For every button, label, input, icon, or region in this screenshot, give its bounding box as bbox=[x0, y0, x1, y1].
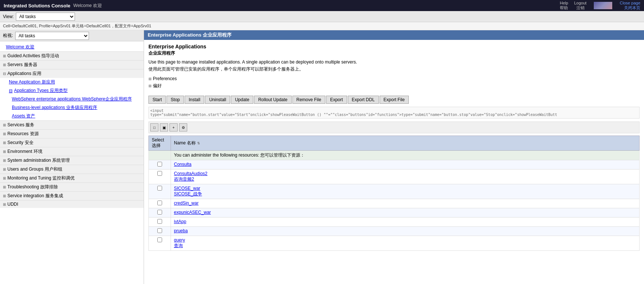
preferences-row[interactable]: ⊞ Preferences bbox=[148, 76, 640, 81]
guided-activities-label: Guided Activities 指导活动 bbox=[7, 53, 59, 59]
install-button[interactable]: Install bbox=[185, 96, 204, 104]
sidebar-view-label: 检视: bbox=[3, 32, 13, 39]
preferences-cn-label: 偏好 bbox=[153, 83, 162, 89]
sidebar-item-websphere-enterprise[interactable]: WebSphere enterprise applications WebSph… bbox=[0, 95, 144, 103]
close-page-link[interactable]: Close page bbox=[620, 1, 640, 5]
preferences-cn-row[interactable]: ⊞ 偏好 bbox=[148, 83, 640, 89]
row-select-cell bbox=[149, 227, 171, 236]
welcome-label: Welcome 欢迎 bbox=[73, 3, 102, 9]
app-link-cn[interactable]: 咨询音频2 bbox=[174, 176, 636, 182]
sidebar-nav: Welcome 欢迎 ⊞ Guided Activities 指导活动 ⊞ Se… bbox=[0, 41, 144, 209]
environment-label: Environment 环境 bbox=[7, 148, 42, 155]
sidebar-item-troubleshooting[interactable]: ⊞ Troubleshooting 故障排除 bbox=[0, 182, 144, 191]
sidebar-item-uddi[interactable]: ⊞ UDDI bbox=[0, 200, 144, 208]
app-link[interactable]: expunicASEC_war bbox=[174, 210, 636, 215]
toolbar-btn-3[interactable]: + bbox=[169, 123, 178, 131]
stop-button[interactable]: Stop bbox=[167, 96, 184, 104]
export-file-button[interactable]: Export File bbox=[380, 96, 409, 104]
info-row-text: You can administer the following resourc… bbox=[171, 151, 640, 160]
sidebar-item-servers[interactable]: ⊞ Servers 服务器 bbox=[0, 60, 144, 69]
row-checkbox[interactable] bbox=[157, 201, 162, 205]
expand-icon: ⊞ bbox=[3, 123, 6, 127]
sidebar-item-monitoring-tuning[interactable]: ⊞ Monitoring and Tuning 监控和调优 bbox=[0, 174, 144, 182]
services-label: Services 服务 bbox=[7, 122, 34, 128]
new-application-label: New Application 新应用 bbox=[9, 79, 55, 85]
applications-label: Applications 应用 bbox=[7, 71, 41, 77]
sidebar-item-guided-activities[interactable]: ⊞ Guided Activities 指导活动 bbox=[0, 51, 144, 60]
row-name-cell: prueba bbox=[171, 227, 640, 236]
expand-icon: ⊞ bbox=[3, 194, 6, 198]
sidebar-item-environment[interactable]: ⊞ Environment 环境 bbox=[0, 147, 144, 156]
sidebar-item-welcome[interactable]: Welcome 欢迎 bbox=[0, 43, 144, 51]
app-link[interactable]: query bbox=[174, 237, 636, 243]
sidebar: 检视: All tasks Welcome 欢迎 ⊞ Guided Activi… bbox=[0, 30, 144, 284]
sidebar-item-users-groups[interactable]: ⊞ Users and Groups 用户和组 bbox=[0, 165, 144, 174]
info-row: You can administer the following resourc… bbox=[149, 151, 640, 160]
expand-icon: ⊟ bbox=[9, 88, 13, 93]
expand-icon: ⊞ bbox=[3, 176, 6, 180]
row-checkbox[interactable] bbox=[157, 171, 162, 176]
toolbar-btn-1[interactable]: □ bbox=[150, 123, 158, 131]
brand-label: Integrated Solutions Console bbox=[4, 3, 71, 8]
expand-icon: ⊞ bbox=[3, 54, 6, 58]
close-page-link-cn[interactable]: 关闭本页 bbox=[624, 5, 640, 11]
rollout-update-button[interactable]: Rollout Update bbox=[254, 96, 291, 104]
logout-link[interactable]: Logout 注销 bbox=[574, 1, 587, 11]
table-row: query查询 bbox=[149, 236, 640, 251]
sidebar-item-new-application[interactable]: New Application 新应用 bbox=[0, 78, 144, 86]
close-page-area: Close page 关闭本页 bbox=[620, 1, 640, 11]
top-header: Integrated Solutions Console Welcome 欢迎 … bbox=[0, 0, 644, 11]
sidebar-item-resources[interactable]: ⊞ Resources 资源 bbox=[0, 129, 144, 138]
sidebar-item-service-integration[interactable]: ⊞ Service integration 服务集成 bbox=[0, 191, 144, 200]
row-checkbox[interactable] bbox=[157, 210, 162, 215]
row-checkbox[interactable] bbox=[157, 219, 162, 224]
logout-label: Logout bbox=[574, 1, 587, 5]
table-row: SICOSE_warSICOSE_战争 bbox=[149, 184, 640, 199]
start-button[interactable]: Start bbox=[148, 96, 166, 104]
sidebar-item-application-types[interactable]: ⊟ Application Types 应用类型 bbox=[0, 86, 144, 95]
row-checkbox[interactable] bbox=[157, 237, 162, 242]
uninstall-button[interactable]: Uninstall bbox=[205, 96, 230, 104]
table-row: ConsultaAudios2咨询音频2 bbox=[149, 170, 640, 184]
row-select-cell bbox=[149, 208, 171, 218]
remove-file-button[interactable]: Remove File bbox=[292, 96, 325, 104]
toolbar-btn-2[interactable]: ▣ bbox=[160, 123, 168, 131]
preferences-expand-icon: ⊞ bbox=[148, 77, 151, 81]
app-link[interactable]: Consulta bbox=[174, 162, 636, 167]
header-right: Help 帮助 Logout 注销 Close page 关闭本页 bbox=[560, 1, 640, 11]
sidebar-item-services[interactable]: ⊞ Services 服务 bbox=[0, 120, 144, 129]
row-checkbox[interactable] bbox=[157, 186, 162, 191]
app-link[interactable]: credSin_war bbox=[174, 201, 636, 206]
sidebar-item-security[interactable]: ⊞ Security 安全 bbox=[0, 138, 144, 147]
uddi-label: UDDI bbox=[7, 202, 18, 207]
app-link-cn[interactable]: SICOSE_战争 bbox=[174, 191, 636, 197]
name-header[interactable]: Name 名称 ⇅ bbox=[171, 136, 640, 151]
sidebar-item-assets[interactable]: Assets 资产 bbox=[0, 112, 144, 120]
toolbar-btn-4[interactable]: ⚙ bbox=[179, 123, 187, 131]
row-checkbox[interactable] bbox=[157, 228, 162, 233]
row-checkbox[interactable] bbox=[157, 162, 162, 167]
assets-label: Assets 资产 bbox=[12, 113, 35, 119]
app-link[interactable]: SICOSE_war bbox=[174, 186, 636, 191]
system-administration-label: System administration 系统管理 bbox=[7, 157, 70, 164]
sidebar-item-system-administration[interactable]: ⊞ System administration 系统管理 bbox=[0, 156, 144, 165]
table-row: expunicASEC_war bbox=[149, 208, 640, 218]
app-link[interactable]: ivtApp bbox=[174, 219, 636, 224]
sidebar-view-select[interactable]: All tasks bbox=[15, 32, 89, 40]
app-link-cn[interactable]: 查询 bbox=[174, 243, 636, 249]
content-desc-en: Use this page to manage installed applic… bbox=[148, 59, 640, 65]
update-button[interactable]: Update bbox=[231, 96, 253, 104]
select-header: Select 选择 bbox=[149, 136, 171, 151]
expand-icon: ⊟ bbox=[3, 72, 6, 76]
app-link[interactable]: ConsultaAudios2 bbox=[174, 171, 636, 176]
sidebar-item-applications[interactable]: ⊟ Applications 应用 bbox=[0, 69, 144, 78]
table-row: Consulta bbox=[149, 160, 640, 170]
export-button[interactable]: Export bbox=[326, 96, 347, 104]
sidebar-item-business-level[interactable]: Business-level applications 业务级应用程序 bbox=[0, 103, 144, 112]
content-area: Enterprise Applications 企业应用程序 Enterpris… bbox=[144, 30, 644, 284]
security-label: Security 安全 bbox=[7, 140, 34, 146]
view-select[interactable]: All tasks bbox=[16, 13, 75, 21]
help-link[interactable]: Help 帮助 bbox=[560, 1, 568, 11]
app-link[interactable]: prueba bbox=[174, 228, 636, 233]
export-ddl-button[interactable]: Export DDL bbox=[348, 96, 379, 104]
